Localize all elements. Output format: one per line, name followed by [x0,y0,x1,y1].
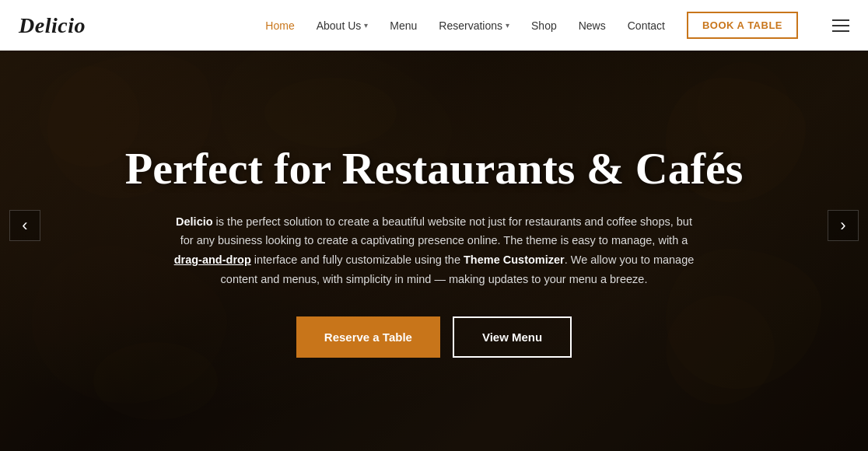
hero-section: ‹ Perfect for Restaurants & Cafés Delici… [0,0,868,451]
main-nav: Home About Us ▾ Menu Reservations ▾ Shop… [265,12,849,39]
reserve-table-button[interactable]: Reserve a Table [296,316,440,358]
site-logo[interactable]: Delicio [19,13,86,38]
hamburger-line [832,30,849,32]
book-table-button[interactable]: BOOK A TABLE [687,12,798,39]
carousel-prev-button[interactable]: ‹ [9,210,40,241]
nav-item-news[interactable]: News [579,19,606,32]
nav-item-menu[interactable]: Menu [390,19,417,32]
chevron-down-icon: ▾ [364,21,368,30]
hamburger-menu-button[interactable] [832,19,849,32]
nav-item-shop[interactable]: Shop [531,19,557,32]
hamburger-line [832,19,849,21]
nav-item-reservations[interactable]: Reservations ▾ [439,19,509,32]
view-menu-button[interactable]: View Menu [453,316,572,358]
hero-content: Perfect for Restaurants & Cafés Delicio … [0,51,868,451]
chevron-down-icon: ▾ [506,21,509,30]
carousel-next-button[interactable]: › [828,210,859,241]
chevron-right-icon: › [840,215,845,236]
hero-description: Delicio is the perfect solution to creat… [170,212,698,289]
hero-buttons: Reserve a Table View Menu [296,316,572,358]
chevron-left-icon: ‹ [22,215,27,236]
hamburger-line [832,25,849,26]
nav-item-home[interactable]: Home [265,19,294,32]
site-header: Delicio Home About Us ▾ Menu Reservation… [0,0,868,51]
hero-title: Perfect for Restaurants & Cafés [125,144,744,194]
nav-item-contact[interactable]: Contact [628,19,665,32]
nav-item-about[interactable]: About Us ▾ [317,19,369,32]
